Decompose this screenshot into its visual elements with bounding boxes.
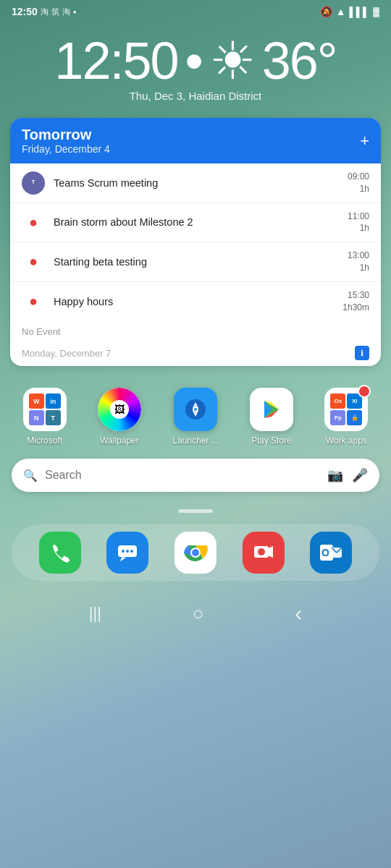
- event-title-1: Teams Scrum meeting: [54, 177, 339, 189]
- clock-time-text: 12:50: [54, 35, 177, 87]
- recent-apps-button[interactable]: |||: [89, 604, 101, 623]
- phone-svg: [49, 542, 71, 563]
- time-display: 12:50: [12, 6, 38, 17]
- dock-screenrecord-icon[interactable]: [243, 532, 285, 574]
- clock-date: Thu, Dec 3, Haidian District: [14, 90, 377, 102]
- svg-text:O: O: [321, 547, 329, 558]
- status-right: 🔕 ▲ ▌▌▌ ▓: [320, 6, 379, 17]
- voice-search-icon[interactable]: 🎤: [352, 467, 368, 483]
- clock-separator: •: [185, 35, 202, 87]
- event-title-4: Happy hours: [54, 296, 334, 307]
- calendar-header-title: Tomorrow Friday, December 4: [22, 127, 110, 155]
- calendar-header: Tomorrow Friday, December 4 +: [10, 118, 381, 163]
- ms-cell-word: W: [29, 393, 44, 409]
- calendar-no-event: No Event: [10, 320, 381, 341]
- event-time-1: 09:00 1h: [348, 171, 369, 195]
- launcher-app-icon: [174, 388, 217, 431]
- launcher-icon-wrapper: [174, 388, 217, 431]
- chrome-svg: [182, 540, 209, 566]
- microsoft-label: Microsoft: [27, 435, 62, 446]
- calendar-date-subtitle: Friday, December 4: [22, 143, 110, 155]
- status-icon-taobao3: 淘: [62, 7, 70, 17]
- ms-cell-teams: T: [46, 410, 61, 425]
- launcher-label: Launcher ...: [172, 435, 218, 446]
- status-icon-taobao1: 淘: [41, 7, 49, 17]
- app-workapps[interactable]: Ox Xl Pp 🔒 Work apps: [324, 388, 368, 446]
- svg-point-14: [192, 549, 199, 556]
- svg-point-16: [258, 548, 265, 556]
- dock-messages-icon[interactable]: [106, 532, 148, 574]
- nav-bar: ||| ○ ‹: [0, 590, 391, 637]
- app-microsoft[interactable]: W in N T Microsoft: [23, 388, 67, 446]
- signal-icon: ▌▌▌: [350, 7, 370, 17]
- wallpaper-app-icon: 🖼: [98, 388, 141, 431]
- workapps-icon-wrapper: Ox Xl Pp 🔒: [324, 388, 368, 431]
- search-right-icons: 📷 🎤: [327, 467, 368, 483]
- wallpaper-gradient: 🖼: [98, 388, 141, 431]
- svg-point-8: [122, 550, 125, 553]
- event-dot-icon-2: ●: [22, 210, 45, 234]
- status-bar: 12:50 淘 筑 淘 ● 🔕 ▲ ▌▌▌ ▓: [0, 0, 391, 20]
- home-button[interactable]: ○: [193, 603, 204, 625]
- playstore-app-icon: [250, 388, 293, 431]
- camera-search-icon[interactable]: 📷: [327, 467, 343, 483]
- calendar-info-icon: ℹ: [355, 346, 369, 360]
- wa-cell-3: Pp: [330, 410, 345, 425]
- microsoft-icon: W in N T: [23, 388, 67, 431]
- wifi-icon: ▲: [336, 6, 346, 17]
- ms-cell-onenote: N: [29, 410, 44, 425]
- wa-cell-1: Ox: [330, 393, 345, 409]
- sun-icon: ☀: [209, 35, 255, 87]
- microsoft-icon-wrapper: W in N T: [23, 388, 67, 431]
- calendar-event-1[interactable]: T Teams Scrum meeting 09:00 1h: [10, 163, 381, 203]
- event-time-4: 15:30 1h30m: [342, 289, 369, 314]
- calendar-events: T Teams Scrum meeting 09:00 1h ● Brain s…: [10, 163, 381, 320]
- event-time-2: 11:00 1h: [348, 210, 369, 235]
- wa-cell-4: 🔒: [347, 410, 362, 425]
- calendar-widget: Tomorrow Friday, December 4 + T Teams Sc…: [10, 118, 381, 366]
- clock-display: 12:50 • ☀ 36°: [14, 35, 377, 87]
- status-left: 12:50 淘 筑 淘 ●: [12, 6, 77, 17]
- dock-outlook-icon[interactable]: O: [310, 532, 352, 574]
- calendar-event-2[interactable]: ● Brain storm about Milestone 2 11:00 1h: [10, 203, 381, 243]
- app-playstore[interactable]: Play Store: [250, 388, 293, 446]
- dock-chrome-icon[interactable]: [175, 532, 216, 574]
- handle-bar: [0, 503, 391, 519]
- teams-icon: T: [22, 171, 45, 195]
- temperature-display: 36°: [262, 35, 337, 87]
- app-row: W in N T Microsoft 🖼 Wallpaper: [0, 375, 391, 453]
- svg-point-2: [194, 408, 197, 411]
- launcher-svg-icon: [182, 396, 209, 422]
- clock-area: 12:50 • ☀ 36° Thu, Dec 3, Haidian Distri…: [0, 20, 391, 109]
- back-button[interactable]: ‹: [295, 601, 302, 626]
- workapps-label: Work apps: [326, 435, 367, 446]
- playstore-label: Play Store: [251, 435, 291, 446]
- screenrecord-svg: [252, 541, 275, 564]
- outlook-svg: O: [319, 540, 343, 565]
- calendar-event-3[interactable]: ● Starting beta testing 13:00 1h: [10, 242, 381, 282]
- bottom-dock: O: [12, 524, 379, 581]
- calendar-add-button[interactable]: +: [360, 132, 369, 150]
- wallpaper-icon-wrapper: 🖼: [98, 388, 141, 431]
- status-dot: ●: [73, 9, 77, 15]
- swipe-handle: [178, 509, 213, 513]
- event-title-3: Starting beta testing: [54, 256, 339, 268]
- playstore-icon-wrapper: [250, 388, 293, 431]
- wallpaper-label: Wallpaper: [100, 435, 139, 446]
- event-time-3: 13:00 1h: [348, 250, 369, 274]
- app-wallpaper[interactable]: 🖼 Wallpaper: [98, 388, 141, 446]
- battery-icon: ▓: [373, 7, 379, 17]
- search-input[interactable]: [45, 469, 320, 482]
- ms-cell-linkedin: in: [46, 393, 61, 409]
- dock-phone-icon[interactable]: [39, 532, 81, 574]
- svg-point-9: [126, 550, 129, 553]
- search-bar[interactable]: 🔍 📷 🎤: [12, 459, 379, 492]
- calendar-event-4[interactable]: ● Happy hours 15:30 1h30m: [10, 282, 381, 321]
- calendar-next-day[interactable]: Monday, December 7 ℹ: [10, 341, 381, 366]
- workapps-badge: [358, 385, 371, 398]
- app-launcher[interactable]: Launcher ...: [172, 388, 218, 446]
- mute-icon: 🔕: [320, 6, 332, 17]
- event-dot-icon-3: ●: [22, 250, 45, 273]
- wallpaper-inner-icon: 🖼: [110, 400, 129, 419]
- event-dot-icon-4: ●: [22, 290, 45, 313]
